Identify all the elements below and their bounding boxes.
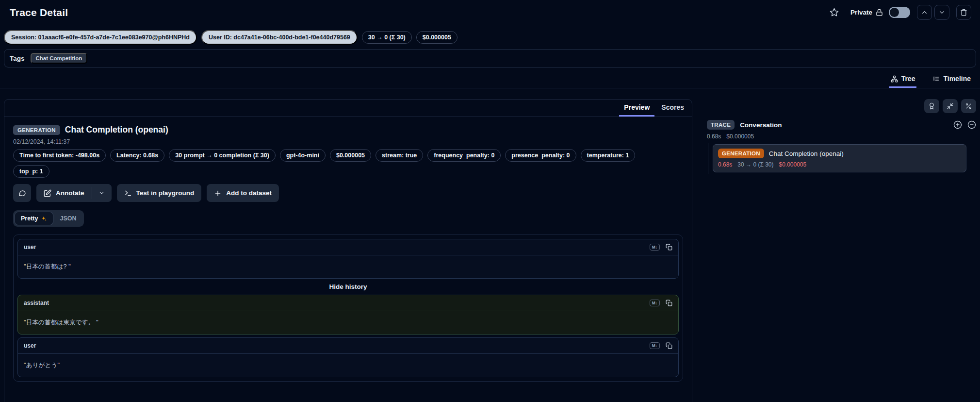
delete-trace-button[interactable] <box>956 5 971 20</box>
session-badge[interactable]: Session: 01aaacf6-e0fe-457d-a7de-7c1ee08… <box>4 30 197 45</box>
meta-badge-row: Session: 01aaacf6-e0fe-457d-a7de-7c1ee08… <box>0 25 980 49</box>
message-tools: M↓ <box>650 342 672 349</box>
observation-title: Chat Completion (openai) <box>65 125 168 135</box>
copy-icon <box>666 342 672 349</box>
metric-top-p: top_p: 1 <box>13 165 49 178</box>
trace-latency: 0.68s <box>707 133 721 140</box>
tab-scores[interactable]: Scores <box>656 100 689 117</box>
annotate-dropdown-button[interactable] <box>92 184 112 202</box>
sparkles-icon <box>41 216 47 222</box>
page-title: Trace Detail <box>10 7 68 18</box>
tags-label: Tags <box>10 55 25 62</box>
speech-bubble-icon <box>18 189 26 197</box>
generation-cost: $0.000005 <box>779 161 806 168</box>
minimize-icon <box>947 102 954 110</box>
metric-temperature: temperature: 1 <box>581 149 636 162</box>
tree-expand-controls <box>953 120 976 129</box>
metrics-toggle-button[interactable] <box>961 99 976 113</box>
test-in-playground-button[interactable]: Test in playground <box>117 184 202 202</box>
lock-icon <box>876 9 883 16</box>
metric-frequency-penalty: frequency_penalty: 0 <box>427 149 501 162</box>
content-area: Preview Scores GENERATION Chat Completio… <box>0 88 980 402</box>
tree-icon <box>891 75 898 83</box>
format-toggle: Pretty JSON <box>13 210 84 227</box>
metric-model: gpt-4o-mini <box>280 149 326 162</box>
message-content: "ありがとう" <box>18 354 678 377</box>
hide-history-button[interactable]: Hide history <box>17 282 679 292</box>
timeline-icon <box>932 75 940 83</box>
generation-title: Chat Completion (openai) <box>769 150 844 157</box>
annotate-split-button: Annotate <box>36 184 112 202</box>
tag-chip[interactable]: Chat Competition <box>31 53 88 64</box>
generation-latency: 0.68s <box>718 161 732 168</box>
message-role: user <box>24 342 36 349</box>
message-header: assistant M↓ <box>18 295 678 311</box>
user-id-badge[interactable]: User ID: dc47a41e-06bc-400d-bde1-f0e440d… <box>201 30 358 45</box>
observation-panel: Preview Scores GENERATION Chat Completio… <box>4 99 692 402</box>
pretty-label: Pretty <box>21 215 38 222</box>
public-toggle[interactable] <box>889 7 910 18</box>
generation-node-selected[interactable]: GENERATION Chat Completion (openai) 0.68… <box>713 144 966 172</box>
collapse-view-button[interactable] <box>943 99 958 113</box>
message-user-1: user M↓ "日本の首都は? " <box>17 239 679 279</box>
trace-title: Conversation <box>740 121 782 129</box>
message-assistant: assistant M↓ "日本の首都は東京です。 " <box>17 295 679 335</box>
chevron-up-icon <box>921 9 928 16</box>
metric-latency: Latency: 0.68s <box>110 149 164 162</box>
message-role: assistant <box>24 300 49 306</box>
privacy-label: Private <box>850 9 872 16</box>
pencil-square-icon <box>44 189 51 197</box>
message-user-2: user M↓ "ありがとう" <box>17 337 679 377</box>
collapse-all-button[interactable] <box>967 120 976 129</box>
copy-icon <box>666 300 672 306</box>
generation-stats: 0.68s 30 → 0 (Σ 30) $0.000005 <box>718 161 961 168</box>
header-actions: Private <box>830 5 971 20</box>
cost-badge: $0.000005 <box>416 31 457 44</box>
message-tools: M↓ <box>650 244 672 251</box>
circle-plus-icon <box>953 120 962 129</box>
token-usage-badge: 30 → 0 (Σ 30) <box>362 31 412 44</box>
add-to-dataset-label: Add to dataset <box>226 189 272 197</box>
message-content: "日本の首都は東京です。 " <box>18 311 678 334</box>
copy-icon <box>666 244 672 251</box>
metric-badges-row-2: top_p: 1 <box>4 165 692 178</box>
tab-tree[interactable]: Tree <box>889 74 917 88</box>
markdown-toggle-icon[interactable]: M↓ <box>650 300 660 306</box>
format-pretty-option[interactable]: Pretty <box>15 212 53 225</box>
trace-stats: 0.68s $0.000005 <box>707 133 976 140</box>
add-to-dataset-button[interactable]: Add to dataset <box>207 184 279 202</box>
metric-stream: stream: true <box>376 149 423 162</box>
panel-tabs: Preview Scores <box>4 100 692 117</box>
annotate-label: Annotate <box>56 189 84 197</box>
comment-button[interactable] <box>13 184 31 202</box>
metric-token-usage: 30 prompt → 0 completion (Σ 30) <box>169 149 276 162</box>
trace-type-badge: TRACE <box>707 120 735 130</box>
tree-child-wrapper: GENERATION Chat Completion (openai) 0.68… <box>707 144 976 172</box>
circle-minus-icon <box>967 120 976 129</box>
tab-tree-label: Tree <box>901 75 915 83</box>
messages-container: user M↓ "日本の首都は? " Hide history <box>13 234 683 382</box>
copy-button[interactable] <box>666 300 672 306</box>
message-header: user M↓ <box>18 239 678 255</box>
metric-time-to-first-token: Time to first token: -498.00s <box>13 149 106 162</box>
markdown-toggle-icon[interactable]: M↓ <box>650 244 660 251</box>
expand-all-button[interactable] <box>953 120 962 129</box>
format-json-option[interactable]: JSON <box>53 212 82 225</box>
trace-root-node[interactable]: TRACE Conversation <box>707 120 976 130</box>
copy-button[interactable] <box>666 244 672 251</box>
privacy-setting: Private <box>850 9 883 16</box>
scores-toggle-button[interactable] <box>924 99 939 113</box>
tab-preview[interactable]: Preview <box>619 100 654 117</box>
observation-header: GENERATION Chat Completion (openai) 02/1… <box>4 117 692 145</box>
observation-type-badge: GENERATION <box>13 125 60 135</box>
annotate-button[interactable]: Annotate <box>36 184 92 202</box>
markdown-toggle-icon[interactable]: M↓ <box>650 342 660 349</box>
tags-section: Tags Chat Competition <box>4 49 976 67</box>
next-trace-button[interactable] <box>934 5 949 20</box>
tree-guide-line <box>708 143 708 174</box>
copy-button[interactable] <box>666 342 672 349</box>
terminal-icon <box>124 189 132 197</box>
previous-trace-button[interactable] <box>917 5 932 20</box>
bookmark-star-button[interactable] <box>830 8 839 17</box>
tab-timeline[interactable]: Timeline <box>931 74 972 88</box>
